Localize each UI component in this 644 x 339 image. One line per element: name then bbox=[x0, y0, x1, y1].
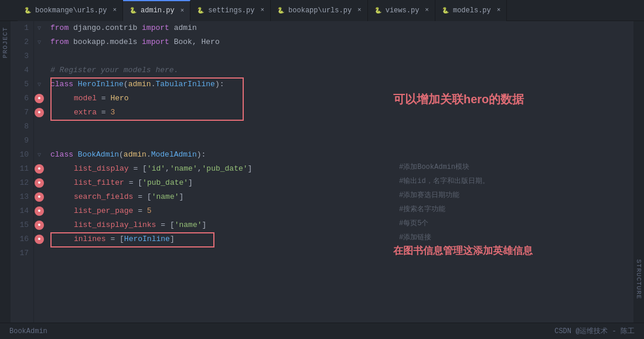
code-editor[interactable]: 1 2 3 4 5 6 7 8 9 10 11 12 13 14 15 16 1… bbox=[11, 21, 633, 323]
line-num-3: 3 bbox=[11, 49, 33, 63]
bottom-left: BookAdmin bbox=[9, 327, 47, 335]
tab-close-models[interactable]: × bbox=[497, 7, 501, 13]
project-sidebar: Project bbox=[0, 21, 11, 323]
gutter-6: ● bbox=[34, 91, 46, 106]
structure-sidebar: Structure bbox=[633, 21, 644, 323]
tab-icon-bookapp: 🐍 bbox=[277, 6, 285, 15]
gutter-12: ● bbox=[34, 176, 46, 190]
code-line-9 bbox=[46, 134, 387, 148]
fold-icon-10[interactable]: ▽ bbox=[38, 151, 41, 158]
tab-bookapp-urls[interactable]: 🐍 bookapp\urls.py × bbox=[271, 0, 368, 21]
attr-inlines: inlines bbox=[74, 232, 106, 246]
gutter-16: ● bbox=[34, 232, 46, 246]
gutter-10: ▽ bbox=[34, 148, 46, 162]
tab-icon-views: 🐍 bbox=[374, 6, 382, 15]
annotation-panel: #添加BookAdmin模块 #输出id，名字和出版日期。 #添加赛选日期功能 … bbox=[387, 21, 633, 323]
line-num-1: 1 bbox=[11, 21, 33, 35]
breakpoint-15[interactable]: ● bbox=[35, 221, 44, 230]
gutter-13: ● bbox=[34, 190, 46, 204]
code-line-5: class HeroInline ( admin . TabularInline… bbox=[46, 77, 387, 91]
gutter-5: ▽ bbox=[34, 77, 46, 91]
tab-icon-admin: 🐍 bbox=[129, 6, 137, 15]
tab-label-views: views.py bbox=[386, 6, 420, 15]
tab-models[interactable]: 🐍 models.py × bbox=[435, 0, 507, 21]
code-line-1: from django.contrib import admin bbox=[46, 21, 387, 35]
comment-list-display: #输出id，名字和出版日期。 bbox=[399, 176, 489, 186]
line-num-15: 15 bbox=[11, 218, 33, 232]
attr-list-display-links: list_display_links bbox=[74, 218, 156, 232]
gutter-9 bbox=[34, 134, 46, 148]
comment-list-filter: #添加赛选日期功能 bbox=[399, 190, 459, 200]
code-line-14: list_per_page = 5 bbox=[46, 204, 387, 218]
tab-icon-models: 🐍 bbox=[441, 6, 449, 15]
tab-label-models: models.py bbox=[453, 6, 491, 15]
tab-views[interactable]: 🐍 views.py × bbox=[368, 0, 435, 21]
attr-search-fields: search_fields bbox=[74, 190, 133, 204]
kw-class-1: class bbox=[50, 77, 73, 91]
comment-per-page: #每页5个 bbox=[399, 218, 428, 228]
comment-search-fields: #搜索名字功能 bbox=[399, 204, 445, 214]
breakpoint-14[interactable]: ● bbox=[35, 206, 44, 216]
tab-icon-bookmange: 🐍 bbox=[23, 6, 32, 15]
tab-close-bookapp[interactable]: × bbox=[357, 7, 362, 13]
gutter-3 bbox=[34, 49, 46, 63]
tab-icon-settings: 🐍 bbox=[196, 6, 205, 15]
line-numbers: 1 2 3 4 5 6 7 8 9 10 11 12 13 14 15 16 1… bbox=[11, 21, 34, 323]
tab-label-bookapp: bookapp\urls.py bbox=[288, 6, 352, 15]
comment-display-links: #添加链接 bbox=[399, 232, 431, 242]
gutter-4 bbox=[34, 63, 46, 77]
line-num-12: 12 bbox=[11, 176, 33, 190]
tab-close-admin[interactable]: × bbox=[180, 8, 185, 14]
annotation-book-inline-label: 在图书信息管理这添加英雄信息 bbox=[393, 244, 533, 257]
breakpoint-7[interactable]: ● bbox=[35, 108, 44, 117]
code-line-8 bbox=[46, 120, 387, 134]
tab-close-settings[interactable]: × bbox=[260, 7, 264, 13]
tab-bookmange-urls[interactable]: 🐍 bookmange\urls.py × bbox=[18, 0, 123, 21]
num-5: 5 bbox=[147, 204, 152, 218]
breakpoint-6[interactable]: ● bbox=[35, 94, 44, 103]
fn-heroinline-ref: HeroInline bbox=[124, 232, 170, 246]
kw-from-2: from bbox=[50, 35, 69, 49]
tab-bar: 🐍 bookmange\urls.py × 🐍 admin.py × 🐍 set… bbox=[0, 0, 644, 21]
num-3: 3 bbox=[110, 106, 115, 120]
gutter-8 bbox=[34, 120, 46, 134]
breakpoint-16[interactable]: ● bbox=[35, 235, 44, 244]
fold-icon-1[interactable]: ▽ bbox=[38, 25, 41, 32]
code-line-3 bbox=[46, 49, 387, 63]
structure-label: Structure bbox=[635, 259, 642, 299]
code-line-2: from bookapp.models import Book, Hero bbox=[46, 35, 387, 49]
bottom-right: CSDN @运维技术 - 陈工 bbox=[554, 326, 635, 336]
code-line-6: model = Hero bbox=[46, 91, 387, 106]
code-line-13: search_fields = [ 'name' ] bbox=[46, 190, 387, 204]
gutter-14: ● bbox=[34, 204, 46, 218]
fold-icon-5[interactable]: ▽ bbox=[38, 81, 41, 88]
breakpoint-11[interactable]: ● bbox=[35, 164, 44, 174]
code-line-7: extra = 3 bbox=[46, 106, 387, 120]
line-num-8: 8 bbox=[11, 120, 33, 134]
comment-bookadmin: #添加BookAdmin模块 bbox=[399, 162, 469, 172]
breakpoint-12[interactable]: ● bbox=[35, 178, 44, 188]
gutter-17 bbox=[34, 246, 46, 260]
kw-class-2: class bbox=[50, 148, 73, 162]
tab-close-bookmange[interactable]: × bbox=[113, 7, 117, 13]
gutter-2: ▽ bbox=[34, 35, 46, 49]
tab-settings[interactable]: 🐍 settings.py × bbox=[190, 0, 271, 21]
tab-admin[interactable]: 🐍 admin.py × bbox=[123, 0, 190, 21]
fn-bookadmin: BookAdmin bbox=[78, 148, 119, 162]
kw-import-2: import bbox=[142, 35, 169, 49]
fold-icon-2[interactable]: ▽ bbox=[38, 39, 41, 46]
code-content[interactable]: from django.contrib import admin from bo… bbox=[46, 21, 387, 323]
line-num-9: 9 bbox=[11, 134, 33, 148]
code-line-11: list_display = [ 'id' , 'name' , 'pub_da… bbox=[46, 162, 387, 176]
line-num-16: 16 bbox=[11, 232, 33, 246]
gutter-1: ▽ bbox=[34, 21, 46, 35]
attr-extra: extra bbox=[74, 106, 97, 120]
tab-label-bookmange: bookmange\urls.py bbox=[35, 6, 107, 15]
code-line-12: list_filter = [ 'pub_date' ] bbox=[46, 176, 387, 190]
breakpoint-13[interactable]: ● bbox=[35, 192, 44, 202]
attr-list-display: list_display bbox=[74, 162, 129, 176]
line-num-13: 13 bbox=[11, 190, 33, 204]
line-num-17: 17 bbox=[11, 246, 33, 260]
annotation-hero-label: 可以增加关联hero的数据 bbox=[393, 91, 524, 107]
tab-close-views[interactable]: × bbox=[425, 7, 429, 13]
